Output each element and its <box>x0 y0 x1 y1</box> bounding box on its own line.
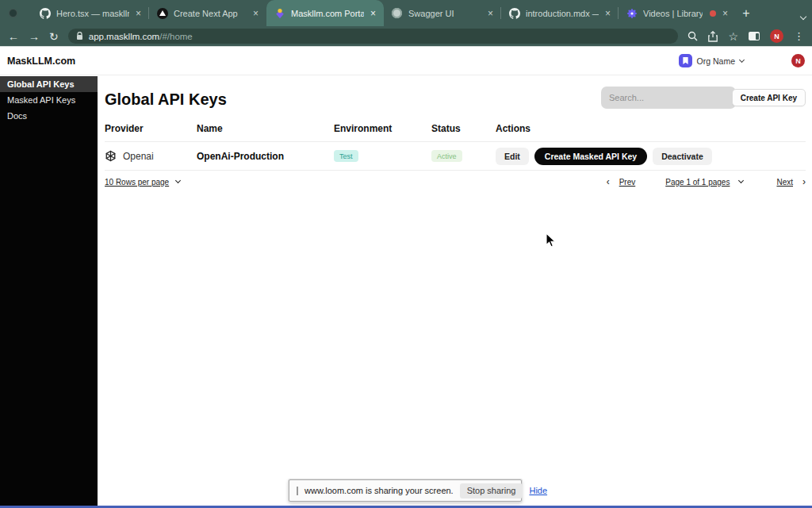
column-header-actions: Actions <box>496 123 806 134</box>
github-icon <box>39 7 51 19</box>
tab-title: Swagger UI <box>408 9 481 18</box>
search-icon[interactable] <box>688 31 698 41</box>
url-path: /#/home <box>159 32 193 41</box>
chevron-left-icon[interactable]: ‹ <box>607 176 610 187</box>
deactivate-button[interactable]: Deactivate <box>653 148 712 165</box>
status-badge: Active <box>431 150 462 162</box>
tab-hero-tsx[interactable]: Hero.tsx — maskllm [Code × <box>32 0 149 26</box>
recording-indicator-icon <box>710 10 716 17</box>
pagination: 10 Rows per page ‹ Prev Page 1 of 1 page… <box>105 176 806 187</box>
sidebar: Global API Keys Masked API Keys Docs <box>0 76 98 508</box>
bookmark-star-icon[interactable]: ☆ <box>728 31 738 42</box>
url-host: app.maskllm.com <box>89 32 159 41</box>
tab-title: introduction.mdx — doc [C <box>526 9 599 18</box>
openai-icon <box>105 150 117 162</box>
page-title: Global API Keys <box>105 90 227 109</box>
sidebar-item-masked-api-keys[interactable]: Masked API Keys <box>0 92 98 108</box>
toolbar-actions: ☆ N ⋮ <box>688 29 804 43</box>
tab-swagger-ui[interactable]: Swagger UI × <box>384 0 501 26</box>
tab-search-chevron-icon[interactable] <box>801 8 806 22</box>
tab-introduction-mdx[interactable]: introduction.mdx — doc [C × <box>501 0 619 26</box>
provider-name: Openai <box>123 151 154 162</box>
chevron-down-icon <box>738 178 744 183</box>
browser-menu-icon[interactable]: ⋮ <box>794 30 804 42</box>
prev-page-link[interactable]: Prev <box>619 178 636 187</box>
org-name: Org Name <box>697 56 735 66</box>
create-masked-api-key-button[interactable]: Create Masked API Key <box>534 148 647 165</box>
screen-share-bar: www.loom.com is sharing your screen. Sto… <box>289 479 522 502</box>
swagger-icon <box>391 7 403 19</box>
tab-loom-videos[interactable]: Videos | Library | Loom × <box>619 0 736 26</box>
close-icon[interactable]: × <box>722 8 729 19</box>
column-header-name: Name <box>197 123 334 134</box>
environment-badge: Test <box>334 150 358 162</box>
column-header-status: Status <box>431 123 496 134</box>
api-keys-table: Provider Name Environment Status Actions… <box>105 123 806 171</box>
close-icon[interactable]: × <box>135 8 142 19</box>
browser-window: Hero.tsx — maskllm [Code × Create Next A… <box>0 0 812 508</box>
tab-title: Create Next App <box>174 9 247 18</box>
side-panel-icon[interactable] <box>749 32 760 40</box>
page-info-select[interactable]: Page 1 of 1 pages <box>665 178 730 187</box>
share-icon[interactable] <box>708 31 718 42</box>
tab-title: Maskllm.com Portal <box>291 9 364 18</box>
column-header-environment: Environment <box>334 123 431 134</box>
org-selector[interactable]: Org Name <box>679 54 744 67</box>
reload-button[interactable]: ↻ <box>49 31 59 42</box>
column-header-provider: Provider <box>105 123 197 134</box>
tab-title: Videos | Library | Loom <box>643 9 703 18</box>
sidebar-item-global-api-keys[interactable]: Global API Keys <box>0 76 98 92</box>
edit-button[interactable]: Edit <box>496 148 529 165</box>
github-icon <box>508 7 520 19</box>
back-button[interactable]: ← <box>8 31 19 42</box>
address-bar[interactable]: app.maskllm.com/#/home <box>68 29 679 44</box>
hide-link[interactable]: Hide <box>529 486 547 495</box>
vercel-icon <box>156 7 168 19</box>
close-icon[interactable]: × <box>370 8 377 19</box>
chevron-right-icon[interactable]: › <box>802 176 806 187</box>
tab-create-next-app[interactable]: Create Next App × <box>149 0 266 26</box>
chevron-down-icon <box>739 57 745 63</box>
app-brand: MaskLLM.com <box>7 56 75 67</box>
org-icon <box>679 54 692 67</box>
forward-button[interactable]: → <box>29 31 40 42</box>
maskllm-icon <box>274 7 285 19</box>
tab-strip: Hero.tsx — maskllm [Code × Create Next A… <box>0 0 812 26</box>
browser-profile-avatar[interactable]: N <box>770 29 783 43</box>
new-tab-button[interactable]: + <box>736 0 756 26</box>
user-avatar[interactable]: N <box>791 54 805 67</box>
drag-handle-icon[interactable] <box>297 487 298 495</box>
close-icon[interactable]: × <box>252 8 259 19</box>
main-content: Global API Keys Create API Key Provider … <box>98 76 812 508</box>
close-icon[interactable]: × <box>487 8 494 19</box>
share-message: www.loom.com is sharing your screen. <box>304 486 454 495</box>
sidebar-item-docs[interactable]: Docs <box>0 108 98 124</box>
chevron-down-icon <box>175 178 181 183</box>
browser-toolbar: ← → ↻ app.maskllm.com/#/home ☆ N ⋮ <box>0 26 812 46</box>
tab-title: Hero.tsx — maskllm [Code <box>56 9 129 18</box>
rows-per-page-select[interactable]: 10 Rows per page <box>105 178 169 187</box>
search-input[interactable] <box>601 87 736 109</box>
lock-icon <box>76 32 83 40</box>
stop-sharing-button[interactable]: Stop sharing <box>460 483 523 498</box>
app-header: MaskLLM.com Org Name N <box>0 46 812 75</box>
table-header-row: Provider Name Environment Status Actions <box>105 123 806 142</box>
create-api-key-button[interactable]: Create API Key <box>732 89 806 106</box>
key-name: OpenAi-Production <box>197 151 334 162</box>
window-control-hint[interactable] <box>9 9 17 17</box>
next-page-link[interactable]: Next <box>776 178 793 187</box>
table-row: Openai OpenAi-Production Test Active Edi… <box>105 142 806 171</box>
loom-icon <box>626 7 638 19</box>
mouse-cursor <box>546 233 557 248</box>
close-icon[interactable]: × <box>604 8 611 19</box>
tab-maskllm-portal[interactable]: Maskllm.com Portal × <box>266 0 384 26</box>
